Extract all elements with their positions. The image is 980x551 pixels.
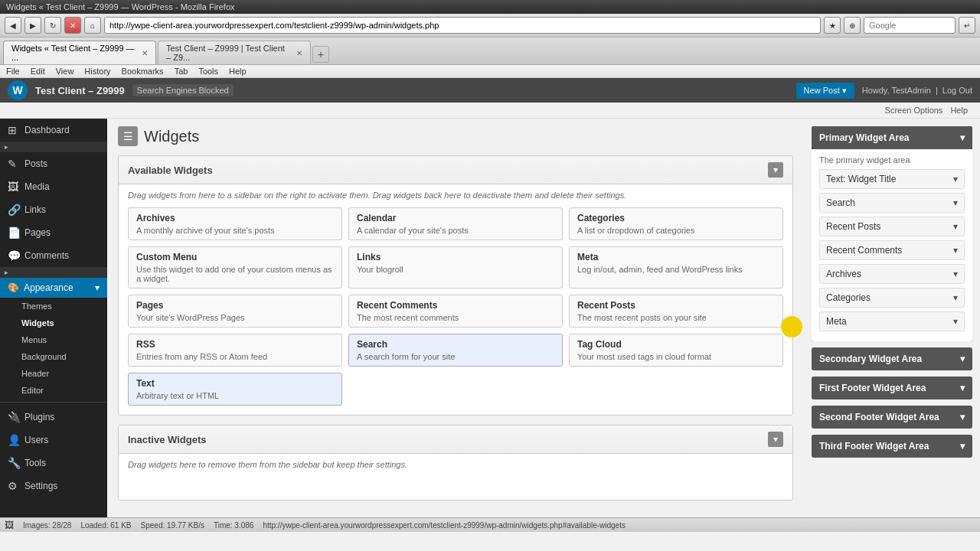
tab-1[interactable]: Widgets « Test Client – Z9999 — ... ✕ [3,41,156,64]
sidebar-sub-background[interactable]: Background [0,348,107,365]
menu-tab[interactable]: Tab [175,67,188,76]
widget-links[interactable]: Links Your blogroll [348,246,563,289]
screen-options-link[interactable]: Screen Options [885,106,943,115]
status-icon-1: 🖼 [5,520,14,530]
sidebar-item-links[interactable]: 🔗 Links [0,198,107,221]
tab-2-close[interactable]: ✕ [296,49,302,57]
sidebar-toggle-2[interactable]: ▸ [0,267,107,278]
search-box[interactable] [864,17,956,34]
tools-label: Tools [24,458,46,468]
archives-expand[interactable]: ▾ [953,269,958,279]
sidebar-item-pages[interactable]: 📄 Pages [0,221,107,244]
widget-meta[interactable]: Meta Log in/out, admin, feed and WordPre… [569,246,783,289]
log-out-link[interactable]: Log Out [942,86,972,95]
widget-tag-cloud-name: Tag Cloud [577,339,775,350]
sidebar-sub-themes[interactable]: Themes [0,298,107,315]
menu-history[interactable]: History [84,67,110,76]
widget-calendar-name: Calendar [357,213,554,223]
forward-button[interactable]: ▶ [24,17,41,34]
widget-custom-menu[interactable]: Custom Menu Use this widget to add one o… [128,246,342,289]
widget-text[interactable]: Text Arbitrary text or HTML [128,373,342,406]
menu-bookmarks[interactable]: Bookmarks [122,67,164,76]
address-bar[interactable] [104,17,821,34]
sidebar-sub-header[interactable]: Header [0,365,107,382]
widget-links-desc: Your blogroll [357,265,554,274]
meta-widget-label: Meta [826,316,847,327]
plugins-label: Plugins [24,412,54,422]
links-icon: 🔗 [8,204,20,216]
cursor-indicator [781,316,802,337]
primary-recent-comments-widget[interactable]: Recent Comments ▾ [819,240,965,260]
plugins-icon: 🔌 [8,411,20,423]
text-widget-expand[interactable]: ▾ [953,174,958,184]
sidebar-item-media[interactable]: 🖼 Media [0,175,107,198]
inactive-widgets-toggle[interactable]: ▾ [768,432,783,447]
sidebar-item-settings[interactable]: ⚙ Settings [0,474,107,497]
recent-posts-expand[interactable]: ▾ [953,221,958,232]
primary-area-header[interactable]: Primary Widget Area ▾ [812,126,972,149]
search-widget-expand[interactable]: ▾ [953,197,958,208]
sidebar-item-tools[interactable]: 🔧 Tools [0,452,107,474]
meta-expand[interactable]: ▾ [953,316,958,327]
dashboard-label: Dashboard [24,125,70,135]
widget-pages[interactable]: Pages Your site's WordPress Pages [128,295,342,328]
first-footer-area-header[interactable]: First Footer Widget Area ▾ [812,377,972,399]
reload-button[interactable]: ↻ [44,17,61,34]
primary-text-widget[interactable]: Text: Widget Title ▾ [819,169,965,189]
sidebar-sub-editor[interactable]: Editor [0,382,107,399]
widget-recent-comments[interactable]: Recent Comments The most recent comments [348,295,563,328]
tab-2[interactable]: Test Client – Z9999 | Test Client – Z9..… [158,41,311,64]
sidebar-toggle-1[interactable]: ▸ [0,142,107,152]
widget-tag-cloud[interactable]: Tag Cloud Your most used tags in cloud f… [569,334,783,367]
widget-rss[interactable]: RSS Entries from any RSS or Atom feed [128,334,342,367]
sidebar-item-appearance[interactable]: 🎨 Appearance ▾ [0,278,107,298]
sidebar-sub-menus[interactable]: Menus [0,331,107,348]
new-post-dropdown-icon: ▾ [842,86,847,96]
widget-calendar[interactable]: Calendar A calendar of your site's posts [348,207,563,240]
primary-area-collapse-icon: ▾ [960,132,965,143]
search-go[interactable]: ↵ [959,17,975,34]
pages-label: Pages [24,227,51,238]
sidebar-item-plugins[interactable]: 🔌 Plugins [0,406,107,429]
recent-comments-widget-label: Recent Comments [826,245,902,256]
bookmark-star[interactable]: ★ [824,17,841,34]
home-button[interactable]: ⌂ [84,17,101,34]
available-widgets-toggle[interactable]: ▾ [768,162,783,178]
sidebar-item-users[interactable]: 👤 Users [0,429,107,452]
third-footer-area-header[interactable]: Third Footer Widget Area ▾ [812,435,972,458]
inactive-widgets-panel: Inactive Widgets ▾ Drag widgets here to … [118,425,793,500]
second-footer-area-header[interactable]: Second Footer Widget Area ▾ [812,406,972,429]
secondary-area-header[interactable]: Secondary Widget Area ▾ [812,347,972,370]
sidebar-item-posts[interactable]: ✎ Posts [0,152,107,175]
back-button[interactable]: ◀ [5,17,21,34]
new-post-button[interactable]: New Post ▾ [796,83,854,99]
sidebar-item-comments[interactable]: 💬 Comments [0,244,107,267]
menu-edit[interactable]: Edit [31,67,45,76]
header-links: Howdy, TestAdmin | Log Out [862,86,972,95]
recent-comments-expand[interactable]: ▾ [953,245,958,256]
primary-recent-posts-widget[interactable]: Recent Posts ▾ [819,217,965,236]
widget-categories[interactable]: Categories A list or dropdown of categor… [569,207,783,240]
primary-meta-widget[interactable]: Meta ▾ [819,311,965,331]
new-tab-button[interactable]: + [312,46,329,63]
menu-tools[interactable]: Tools [198,67,218,76]
menu-file[interactable]: File [6,67,20,76]
widget-archives[interactable]: Archives A monthly archive of your site'… [128,207,342,240]
sidebar-item-dashboard[interactable]: ⊞ Dashboard [0,119,107,142]
stop-button[interactable]: ✕ [64,17,81,34]
comments-icon: 💬 [8,249,20,262]
tab-1-close[interactable]: ✕ [142,49,148,57]
primary-archives-widget[interactable]: Archives ▾ [819,264,965,284]
status-time: Time: 3.086 [214,521,253,530]
primary-search-widget[interactable]: Search ▾ [819,193,965,213]
primary-categories-widget[interactable]: Categories ▾ [819,288,965,308]
rss-button[interactable]: ⊕ [844,17,861,34]
widget-search[interactable]: Search A search form for your site [348,334,563,367]
menu-help[interactable]: Help [229,67,247,76]
help-link[interactable]: Help [950,106,968,115]
sidebar-sub-widgets[interactable]: Widgets [0,315,107,331]
widget-recent-posts[interactable]: Recent Posts The most recent posts on yo… [569,295,783,328]
menu-view[interactable]: View [56,67,74,76]
categories-expand[interactable]: ▾ [953,292,958,303]
widget-text-name: Text [136,378,334,389]
